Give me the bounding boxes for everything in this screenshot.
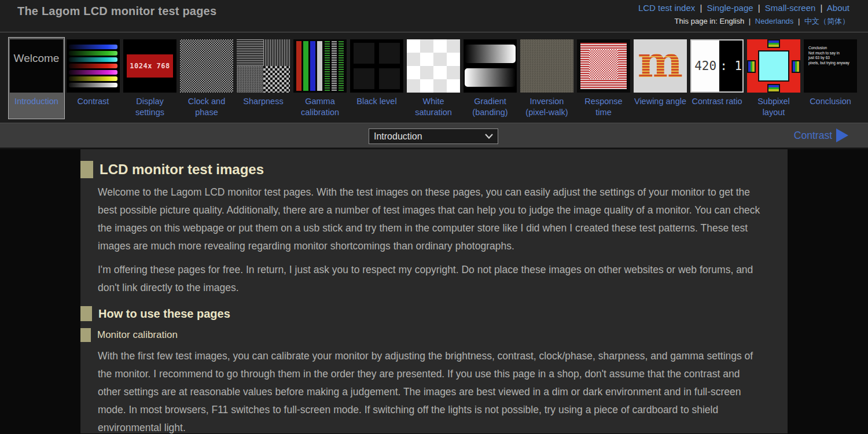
chevron-down-icon [485, 134, 493, 139]
thumbnail-strip: Welcome Introduction Contrast 1024x 768 … [0, 32, 868, 123]
thumb-cell-sharpness[interactable]: Sharpness [235, 37, 292, 119]
thumb-label-clock-and-phase[interactable]: Clock and phase [180, 96, 233, 118]
separator: | [796, 17, 802, 25]
thumb-black-level[interactable] [350, 39, 403, 93]
howto-heading: How to use these pages [98, 307, 230, 321]
thumb-cell-black-level[interactable]: Black level [348, 37, 405, 119]
thumb-display-settings[interactable]: 1024x 768 [123, 39, 176, 93]
color-bar [69, 45, 117, 49]
paragraph-calibration: With the first few test images, you can … [98, 347, 764, 434]
header-links: LCD test index | Single-page | Small-scr… [638, 3, 849, 32]
stripe-pattern [580, 43, 627, 89]
thumb-label-response-time[interactable]: Response time [577, 96, 630, 118]
checker-square [589, 49, 618, 79]
gamma-bar [296, 41, 301, 91]
subpixel-box [792, 60, 800, 73]
thumb-response-time[interactable] [577, 39, 630, 93]
thumb-label-contrast-ratio[interactable]: Contrast ratio [690, 96, 744, 107]
pattern-quadrant [237, 66, 263, 93]
thumb-label-display-settings[interactable]: Display settings [123, 96, 176, 118]
gamma-bar [303, 41, 308, 91]
color-bar [69, 83, 117, 87]
black-square [354, 68, 374, 89]
thumb-cell-subpixel-layout[interactable]: Subpixel layout [745, 37, 802, 119]
m-letter: m [638, 43, 683, 90]
thumb-gamma-calibration[interactable] [293, 39, 347, 93]
welcome-text: Welcome [14, 52, 60, 64]
thumb-label-gradient-banding[interactable]: Gradient (banding) [464, 96, 517, 118]
cyan-square [758, 50, 789, 82]
thumb-cell-contrast[interactable]: Contrast [65, 37, 122, 119]
link-lcd-test-index[interactable]: LCD test index [638, 3, 695, 13]
thumb-cell-response-time[interactable]: Response time [575, 37, 632, 119]
arrow-right-icon [836, 128, 848, 142]
thumb-subpixel-layout[interactable] [747, 39, 800, 93]
thumb-cell-conclusion[interactable]: Conclusion Not much to say in just 63 by… [802, 37, 859, 119]
thumb-cell-introduction[interactable]: Welcome Introduction [8, 37, 65, 119]
thumb-label-conclusion[interactable]: Conclusion [804, 96, 857, 107]
subpixel-box [767, 84, 780, 93]
thumb-white-saturation[interactable] [407, 39, 460, 93]
thumb-gradient-banding[interactable] [464, 39, 517, 93]
section-heading: How to use these pages [80, 306, 770, 321]
gradient-bar [465, 68, 516, 87]
link-about[interactable]: About [827, 3, 849, 13]
thumb-label-viewing-angle[interactable]: Viewing angle [634, 96, 687, 107]
thumb-cell-gamma-calibration[interactable]: Gamma calibration [292, 37, 348, 119]
gamma-bar [325, 41, 330, 91]
separator: | [746, 17, 753, 25]
thumb-label-gamma-calibration[interactable]: Gamma calibration [293, 96, 347, 118]
page-select-dropdown[interactable]: Introduction [369, 128, 498, 144]
thumb-label-contrast[interactable]: Contrast [67, 96, 120, 107]
thumb-cell-gradient-banding[interactable]: Gradient (banding) [462, 37, 518, 119]
thumb-cell-inversion[interactable]: Inversion (pixel-walk) [518, 37, 575, 119]
thumb-introduction[interactable]: Welcome [10, 39, 63, 93]
pattern-quadrant [237, 39, 263, 66]
section-heading: LCD monitor test images [80, 161, 770, 178]
thumb-cell-contrast-ratio[interactable]: 420 : 1 Contrast ratio [689, 37, 745, 119]
content-background: LCD monitor test images Welcome to the L… [0, 149, 868, 433]
thumb-contrast-ratio[interactable]: 420 : 1 [690, 39, 744, 93]
thumb-label-introduction[interactable]: Introduction [10, 96, 63, 107]
gradient-bar [465, 45, 516, 63]
thumb-label-white-saturation[interactable]: White saturation [407, 96, 460, 118]
gamma-bar [339, 41, 344, 91]
pattern-quadrant [263, 66, 290, 93]
thumb-label-sharpness[interactable]: Sharpness [237, 96, 290, 107]
black-square [379, 43, 400, 64]
subpixel-box [767, 39, 780, 48]
gamma-bar [317, 41, 322, 91]
language-link-nederlands[interactable]: Nederlands [755, 17, 794, 25]
separator: | [756, 3, 763, 13]
heading-marker [80, 306, 92, 321]
thumb-conclusion[interactable]: Conclusion Not much to say in just 63 by… [804, 39, 857, 93]
next-page-link[interactable]: Contrast [794, 128, 848, 142]
link-small-screen[interactable]: Small-screen [765, 3, 816, 13]
thumb-cell-clock-and-phase[interactable]: Clock and phase [178, 37, 235, 119]
heading-marker [80, 161, 93, 178]
link-single-page[interactable]: Single-page [707, 3, 753, 13]
separator: | [818, 3, 825, 13]
thumb-cell-display-settings[interactable]: 1024x 768 Display settings [122, 37, 178, 119]
conclusion-line: Conclusion [808, 46, 857, 51]
thumb-label-black-level[interactable]: Black level [350, 96, 403, 107]
page-in-label: This page in: [675, 17, 720, 25]
color-bar [69, 70, 117, 75]
thumb-viewing-angle[interactable]: m [634, 39, 687, 93]
thumb-cell-viewing-angle[interactable]: m Viewing angle [632, 37, 689, 119]
contrast-ratio-value: 420 [692, 41, 719, 91]
header: The Lagom LCD monitor test pages LCD tes… [0, 0, 868, 32]
thumb-contrast[interactable] [67, 39, 120, 93]
color-bar [69, 76, 117, 81]
thumb-label-subpixel-layout[interactable]: Subpixel layout [747, 96, 800, 118]
color-bar [69, 57, 117, 62]
thumb-inversion[interactable] [520, 39, 573, 93]
thumb-label-inversion[interactable]: Inversion (pixel-walk) [520, 96, 573, 118]
page-title: The Lagom LCD monitor test pages [17, 3, 216, 32]
thumb-sharpness[interactable] [237, 39, 290, 93]
top-nav: LCD test index | Single-page | Small-scr… [638, 3, 849, 13]
thumb-cell-white-saturation[interactable]: White saturation [405, 37, 462, 119]
page-navbar: Introduction Contrast [0, 123, 868, 149]
thumb-clock-and-phase[interactable] [180, 39, 233, 93]
language-link-chinese[interactable]: 中文（简体） [804, 17, 849, 25]
